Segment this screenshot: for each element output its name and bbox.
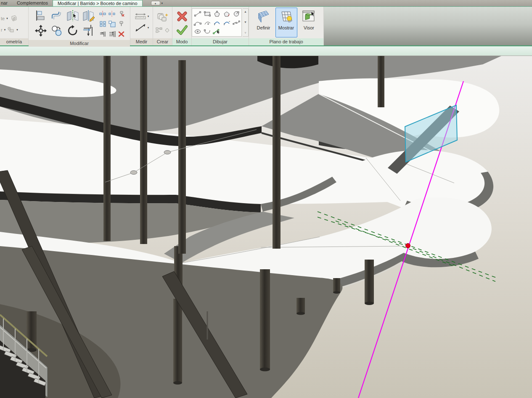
panel-label-modo: Modo: [172, 38, 191, 45]
delete-icon: [118, 31, 125, 37]
arc-center-ends-icon: [204, 20, 211, 26]
unpin-tool[interactable]: [117, 9, 126, 19]
delete-tool[interactable]: [117, 29, 126, 39]
scroll-down-icon[interactable]: ▼: [243, 19, 248, 26]
create-similar-tool[interactable]: [155, 27, 163, 34]
panel-modo: Modo: [172, 7, 192, 45]
options-bar: [0, 46, 532, 56]
rectangle-tool[interactable]: [202, 9, 212, 18]
offset-tool[interactable]: [49, 8, 65, 23]
offset-icon: [50, 9, 63, 22]
dropdown-caret-icon: ▾: [16, 28, 18, 31]
path-point[interactable]: [406, 244, 410, 248]
circle-icon: [233, 11, 240, 17]
pick-line-icon: [213, 28, 221, 34]
arc-start-end-radius-icon: [194, 20, 201, 26]
align-tool[interactable]: [33, 8, 49, 23]
mostrar-button[interactable]: Mostrar: [275, 8, 297, 37]
split-with-gap-icon: [109, 11, 116, 17]
panel-label-geometria: ometría: [0, 38, 28, 45]
definir-button[interactable]: Definir: [253, 8, 275, 37]
spline-tool[interactable]: [231, 18, 241, 27]
panel-label-medir: Medir: [130, 38, 153, 45]
cut-geometry-button[interactable]: te ▾: [1, 15, 18, 22]
dimension-aligned-tool[interactable]: ▾: [134, 23, 149, 33]
move-tool[interactable]: [33, 23, 49, 38]
dropdown-caret-icon: ▾: [148, 26, 149, 29]
trim-multiple-tool[interactable]: [108, 29, 117, 39]
join-geometry-button[interactable]: r ▾ ▾: [1, 27, 18, 33]
3d-scene: [0, 56, 532, 398]
pick-line-tool[interactable]: [212, 27, 222, 36]
rectangle-icon: [204, 11, 211, 17]
arc-tangent-icon: [213, 20, 221, 26]
mirror-draw-axis-tool[interactable]: [81, 8, 97, 23]
draw-gallery-scrollbar[interactable]: ▲ ▼ ▿: [243, 8, 249, 37]
unpin-icon: [118, 11, 125, 17]
dropdown-caret-icon: ▾: [6, 17, 8, 20]
polygon-circumscribed-tool[interactable]: [222, 9, 231, 18]
panel-dibujar: ▲ ▼ ▿ Dibujar: [192, 7, 249, 45]
cut-geometry-label: te: [1, 16, 5, 21]
arc-center-ends-tool[interactable]: [202, 18, 212, 27]
mirror-pick-axis-icon: [66, 9, 79, 22]
arc-start-end-radius-tool[interactable]: [193, 18, 202, 27]
ribbon-empty-area: [324, 7, 532, 45]
panel-medir: ▾ ▾ Medir: [130, 7, 153, 45]
slab-connector-disc: [164, 151, 171, 154]
cut-geometry-icon: [10, 15, 18, 22]
dimension-aligned-icon: [134, 23, 147, 33]
panel-label-crear: Crear: [153, 38, 172, 45]
create-similar-icon: [156, 27, 163, 33]
rotate-tool[interactable]: [65, 23, 81, 38]
panel-label-modificar: Modificar: [29, 40, 130, 47]
split-with-gap-tool[interactable]: [108, 9, 117, 19]
pin-icon: [118, 21, 125, 27]
move-icon: [34, 24, 47, 37]
model-viewport[interactable]: [0, 56, 532, 398]
visor-button[interactable]: Visor: [298, 8, 320, 37]
pin-tool[interactable]: [117, 19, 126, 29]
tab-modificar-barrido[interactable]: Modificar | Barrido > Boceto de camino: [53, 0, 143, 6]
panel-crear: Crear: [153, 7, 172, 45]
tab-complementos[interactable]: Complementos: [12, 0, 53, 6]
scale-tool[interactable]: [108, 19, 117, 29]
finish-sketch-button[interactable]: [176, 24, 188, 35]
trim-corner-tool[interactable]: [98, 29, 108, 39]
mostrar-label: Mostrar: [278, 25, 294, 30]
finish-check-icon: [176, 25, 188, 35]
cancel-sketch-button[interactable]: [176, 10, 188, 23]
ellipse-tool[interactable]: [193, 27, 202, 36]
trim-corner-icon: [99, 31, 106, 37]
workplane-show-icon: [279, 9, 294, 24]
ellipse-partial-icon: [204, 29, 211, 34]
align-icon: [34, 9, 47, 22]
gallery-expand-icon[interactable]: ▿: [243, 30, 248, 36]
arc-tangent-tool[interactable]: [212, 18, 222, 27]
copy-tool[interactable]: [49, 23, 65, 38]
trim-extend-tool[interactable]: [81, 23, 97, 38]
create-group-tool[interactable]: [156, 12, 169, 24]
visor-label: Visor: [304, 25, 314, 30]
tab-gestionar[interactable]: nar: [0, 0, 12, 6]
create-assembly-tool[interactable]: [164, 27, 170, 34]
mirror-draw-axis-icon: [82, 9, 95, 22]
scroll-up-icon[interactable]: ▲: [243, 9, 248, 15]
array-tool[interactable]: [98, 19, 108, 29]
create-group-icon: [156, 12, 169, 24]
ribbon-collapse-control[interactable]: ▴ ▾: [148, 0, 166, 6]
ellipse-partial-tool[interactable]: [202, 27, 212, 36]
ellipse-icon: [194, 29, 201, 34]
panel-label-dibujar: Dibujar: [192, 38, 249, 45]
split-element-tool[interactable]: [98, 9, 108, 19]
scale-icon: [109, 21, 116, 27]
line-tool[interactable]: [193, 9, 202, 18]
mirror-pick-axis-tool[interactable]: [65, 8, 81, 23]
panel-geometria: te ▾ r ▾ ▾ ometría: [0, 7, 29, 45]
ribbon-tab-bar: nar Complementos Modificar | Barrido > B…: [0, 0, 532, 6]
join-geometry-icon: [7, 27, 15, 33]
polygon-inscribed-tool[interactable]: [212, 9, 222, 18]
arc-fillet-tool[interactable]: [222, 18, 231, 27]
circle-tool[interactable]: [231, 9, 241, 18]
measure-tool[interactable]: ▾: [134, 13, 149, 20]
